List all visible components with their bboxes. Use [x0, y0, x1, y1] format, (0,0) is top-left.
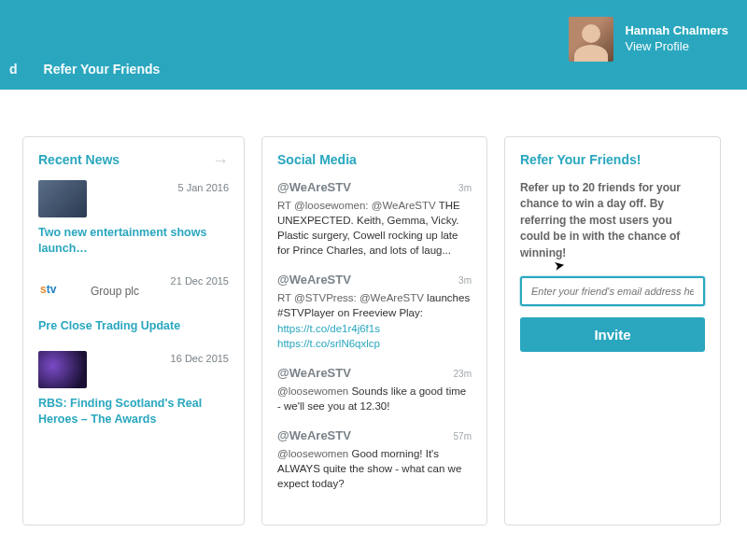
news-item[interactable]: 16 Dec 2015 RBS: Finding Scotland's Real…: [38, 351, 229, 427]
tweet-body: RT @loosewomen: @WeAreSTV THE UNEXPECTED…: [277, 198, 472, 258]
logo-group-text: Group plc: [91, 285, 139, 298]
news-thumb: [38, 180, 87, 217]
content-area: Recent News → 5 Jan 2016 Two new enterta…: [0, 90, 747, 542]
news-date: 5 Jan 2016: [178, 182, 229, 193]
tweet-time: 23m: [454, 369, 472, 379]
view-profile-link[interactable]: View Profile: [625, 39, 728, 55]
tweet-handle: @WeAreSTV: [277, 180, 351, 194]
refer-friends-card: Refer Your Friends! Refer up to 20 frien…: [504, 136, 721, 525]
nav-item-cut[interactable]: d: [9, 62, 18, 77]
profile-block[interactable]: Hannah Chalmers View Profile: [569, 17, 728, 62]
top-nav: d Refer Your Friends: [0, 62, 160, 77]
tweet-body: RT @STVPress: @WeAreSTV launches #STVPla…: [277, 290, 472, 350]
card-title: Recent News: [38, 152, 229, 167]
news-title[interactable]: RBS: Finding Scotland's Real Heroes – Th…: [38, 396, 229, 427]
tweet-handle: @WeAreSTV: [277, 366, 351, 380]
news-title[interactable]: Two new entertainment shows launch…: [38, 225, 229, 257]
news-item[interactable]: stv Group plc 21 Dec 2015 Pre Close Trad…: [38, 273, 229, 334]
news-thumb: [38, 351, 87, 388]
nav-item-refer[interactable]: Refer Your Friends: [44, 62, 161, 77]
social-media-card: Social Media @WeAreSTV 3m RT @loosewomen…: [261, 136, 487, 525]
news-date: 16 Dec 2015: [171, 353, 229, 364]
user-name: Hannah Chalmers: [625, 23, 728, 39]
tweet-handle: @WeAreSTV: [277, 273, 351, 287]
tweet-time: 3m: [458, 183, 472, 193]
tweet[interactable]: @WeAreSTV 57m @loosewomen Good morning! …: [277, 428, 472, 491]
profile-text: Hannah Chalmers View Profile: [625, 23, 728, 55]
tweet-body: @loosewomen Sounds like a good time - we…: [277, 384, 472, 413]
invite-button[interactable]: Invite: [520, 317, 705, 352]
recent-news-card: Recent News → 5 Jan 2016 Two new enterta…: [22, 136, 245, 525]
refer-description: Refer up to 20 friends for your chance t…: [520, 180, 705, 261]
tweet-body: @loosewomen Good morning! It's ALWAYS qu…: [277, 446, 472, 491]
card-title: Social Media: [277, 152, 472, 167]
tweet-time: 3m: [458, 275, 472, 286]
friend-email-input[interactable]: [520, 276, 705, 306]
tweet-handle: @WeAreSTV: [277, 428, 351, 442]
avatar[interactable]: [569, 17, 613, 62]
news-date: 21 Dec 2015: [171, 275, 229, 287]
tweet[interactable]: @WeAreSTV 3m RT @STVPress: @WeAreSTV lau…: [277, 273, 472, 350]
news-title[interactable]: Pre Close Trading Update: [38, 318, 229, 334]
tweet[interactable]: @WeAreSTV 23m @loosewomen Sounds like a …: [277, 366, 472, 413]
card-title: Refer Your Friends!: [520, 152, 705, 167]
app-header: Hannah Chalmers View Profile d Refer You…: [0, 0, 747, 90]
tweet[interactable]: @WeAreSTV 3m RT @loosewomen: @WeAreSTV T…: [277, 180, 472, 258]
arrow-right-icon[interactable]: →: [212, 152, 229, 169]
tweet-time: 57m: [454, 431, 472, 441]
news-item[interactable]: 5 Jan 2016 Two new entertainment shows l…: [38, 180, 229, 257]
